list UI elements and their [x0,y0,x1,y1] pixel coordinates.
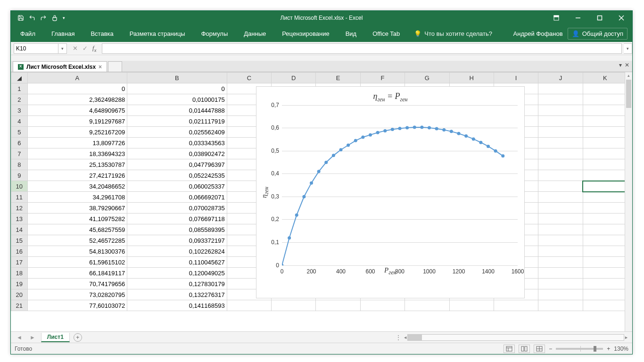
tab-insert[interactable]: Вставка [86,27,118,40]
cell[interactable] [583,138,627,148]
cell[interactable] [538,170,583,181]
cell[interactable]: 0 [27,83,127,94]
row-header[interactable]: 12 [11,203,28,214]
workbook-tabstrip-menu-icon[interactable]: ▾ [619,62,622,68]
cell[interactable] [538,279,583,289]
cell[interactable]: 2,362498288 [27,94,127,105]
cell[interactable]: 0,060025337 [127,181,227,192]
zoom-level[interactable]: 130% [614,346,628,352]
row-header[interactable]: 2 [11,94,28,105]
cell[interactable]: 0,085589395 [127,224,227,235]
cell[interactable]: 0,070028735 [127,203,227,214]
cell[interactable] [538,257,583,268]
row-header[interactable]: 17 [11,257,28,268]
select-all-cell[interactable]: ◢ [11,73,28,83]
row-header[interactable]: 16 [11,246,28,257]
cell[interactable] [538,300,583,311]
cell[interactable]: 0,093372197 [127,235,227,246]
tab-formulas[interactable]: Формулы [197,27,233,40]
cell[interactable]: 0,132276317 [127,289,227,300]
cell[interactable] [405,300,449,311]
cell[interactable]: 0,066692071 [127,192,227,203]
cell[interactable] [583,203,627,214]
cell[interactable]: 0,025562409 [127,127,227,138]
sheet-nav-next-icon[interactable]: ► [28,334,37,341]
col-header-F[interactable]: F [360,73,405,83]
cell[interactable] [583,116,627,127]
tab-home[interactable]: Главная [47,27,79,40]
row-header[interactable]: 21 [11,300,28,311]
cell[interactable]: 52,46572285 [27,235,127,246]
cell[interactable] [494,300,538,311]
cell[interactable]: 0,01000175 [127,94,227,105]
cell[interactable]: 25,13530787 [27,159,127,170]
cell[interactable]: 70,74179656 [27,279,127,289]
workbook-tabstrip-close-icon[interactable]: ✕ [625,62,629,68]
cell[interactable]: 77,60103072 [27,300,127,311]
cell[interactable] [538,159,583,170]
col-header-E[interactable]: E [316,73,360,83]
cell[interactable]: 18,33694323 [27,148,127,159]
formula-input[interactable] [102,43,622,54]
cell[interactable]: 0,014447888 [127,105,227,116]
row-header[interactable]: 13 [11,214,28,224]
cell[interactable] [583,279,627,289]
cell[interactable] [583,181,627,192]
tell-me-search[interactable]: 💡 Что вы хотите сделать? [414,30,492,37]
cell[interactable] [583,192,627,203]
name-box[interactable] [14,43,58,54]
row-header[interactable]: 19 [11,279,28,289]
zoom-in-button[interactable]: + [607,346,610,352]
cell[interactable]: 0,076697118 [127,214,227,224]
minimize-icon[interactable] [567,11,589,25]
row-header[interactable]: 4 [11,116,28,127]
cell[interactable]: 13,8097726 [27,138,127,148]
touch-mode-icon[interactable] [51,15,58,21]
col-header-B[interactable]: B [127,73,227,83]
fx-icon[interactable]: fx [92,44,96,53]
cell[interactable] [538,192,583,203]
tab-file[interactable]: Файл [16,27,40,40]
horizontal-scrollbar[interactable]: ⋮ ◄ ► [86,334,628,341]
row-header[interactable]: 15 [11,235,28,246]
cell[interactable] [583,159,627,170]
col-header-C[interactable]: C [227,73,271,83]
row-header[interactable]: 3 [11,105,28,116]
cell[interactable] [449,300,494,311]
cell[interactable] [538,148,583,159]
row-header[interactable]: 20 [11,289,28,300]
cell[interactable] [538,181,583,192]
cell[interactable] [272,300,316,311]
name-box-dropdown[interactable]: ▾ [58,43,67,54]
redo-icon[interactable] [40,15,47,21]
cell[interactable] [583,94,627,105]
row-header[interactable]: 18 [11,268,28,279]
cell[interactable]: 54,81300376 [27,246,127,257]
col-header-K[interactable]: K [583,73,627,83]
cell[interactable] [583,224,627,235]
cell[interactable]: 4,648909675 [27,105,127,116]
cell[interactable]: 0,021117919 [127,116,227,127]
cell[interactable]: 27,42171926 [27,170,127,181]
tab-page-layout[interactable]: Разметка страницы [125,27,190,40]
cell[interactable]: 38,79290667 [27,203,127,214]
cell[interactable] [583,148,627,159]
row-header[interactable]: 5 [11,127,28,138]
cell[interactable] [583,257,627,268]
cell[interactable] [583,105,627,116]
accept-formula-icon[interactable]: ✓ [83,45,88,52]
cell[interactable] [583,289,627,300]
cell[interactable] [583,268,627,279]
col-header-I[interactable]: I [494,73,538,83]
row-header[interactable]: 8 [11,159,28,170]
row-header[interactable]: 7 [11,148,28,159]
cell[interactable] [538,235,583,246]
embedded-chart[interactable]: ηген = Pген ηген 00,10,20,30,40,50,60,70… [256,86,525,298]
cell[interactable]: 0,038902472 [127,148,227,159]
view-page-layout-icon[interactable] [519,345,530,353]
cell[interactable]: 0,141168593 [127,300,227,311]
cell[interactable] [583,300,627,311]
cell[interactable]: 0,110045627 [127,257,227,268]
cell[interactable] [227,300,271,311]
sheet-nav-prev-icon[interactable]: ◄ [15,334,24,341]
